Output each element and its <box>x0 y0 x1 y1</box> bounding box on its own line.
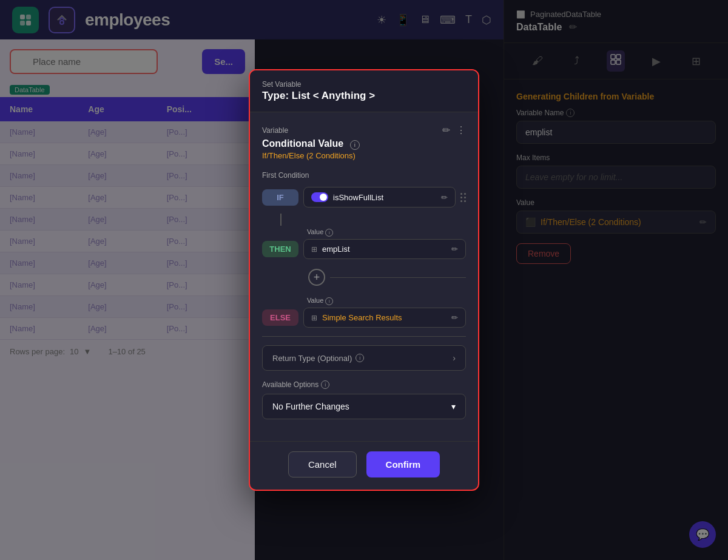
else-value-box[interactable]: ⊞ Simple Search Results ✏ <box>303 308 466 328</box>
then-badge: THEN <box>262 241 298 257</box>
condition-section-label: First Condition <box>262 171 466 180</box>
if-row: IF isShowFullList ✏ <box>262 187 466 207</box>
return-type-row[interactable]: Return Type (Optional) i › <box>262 345 466 371</box>
toggle-dot <box>320 194 327 201</box>
modal: Set Variable Type: List < Anything > Var… <box>249 69 479 491</box>
variable-name-display: Conditional Value i <box>262 138 466 150</box>
if-value-text: isShowFullList <box>333 193 436 202</box>
else-edit-icon[interactable]: ✏ <box>451 313 458 322</box>
else-row: ELSE ⊞ Simple Search Results ✏ <box>262 308 466 328</box>
if-badge: IF <box>262 189 298 206</box>
variable-edit-icon[interactable]: ✏ <box>442 124 450 136</box>
available-options-label: Available Options i <box>262 380 466 389</box>
modal-type-label: Set Variable <box>262 80 466 89</box>
confirm-button[interactable]: Confirm <box>366 451 440 477</box>
table-icon-else: ⊞ <box>311 314 317 322</box>
divider <box>262 336 466 337</box>
return-type-label: Return Type (Optional) i <box>272 354 364 363</box>
if-value-box[interactable]: isShowFullList ✏ <box>303 187 456 207</box>
modal-overlay: Set Variable Type: List < Anything > Var… <box>0 0 728 560</box>
else-value-text: Simple Search Results <box>322 313 447 322</box>
variable-more-icon[interactable]: ⋮ <box>456 124 466 136</box>
then-edit-icon[interactable]: ✏ <box>451 245 458 254</box>
modal-body: Variable ✏ ⋮ Conditional Value i If/Then… <box>250 112 478 441</box>
info-icon-options: i <box>321 380 329 389</box>
cancel-button[interactable]: Cancel <box>288 451 357 477</box>
modal-footer: Cancel Confirm <box>250 441 478 490</box>
else-value-label: Value i <box>307 297 333 304</box>
available-options-section: Available Options i No Further Changes ▾ <box>262 380 466 419</box>
modal-type-value: Type: List < Anything > <box>262 90 466 102</box>
dropdown-value: No Further Changes <box>272 402 349 411</box>
then-row: THEN ⊞ empList ✏ <box>262 239 466 259</box>
drag-handle[interactable] <box>460 193 466 202</box>
toggle-icon[interactable] <box>311 192 328 202</box>
variable-subtitle: If/Then/Else (2 Conditions) <box>262 151 466 160</box>
variable-actions: ✏ ⋮ <box>442 124 466 136</box>
variable-header: Variable ✏ ⋮ <box>262 124 466 136</box>
if-edit-icon[interactable]: ✏ <box>441 193 448 202</box>
add-condition-button[interactable]: + <box>308 269 325 286</box>
else-badge: ELSE <box>262 309 298 326</box>
info-icon-modal: i <box>350 140 360 150</box>
available-options-dropdown[interactable]: No Further Changes ▾ <box>262 394 466 419</box>
variable-section-label: Variable <box>262 126 288 135</box>
then-value-label: Value i <box>307 228 333 235</box>
dropdown-chevron-icon: ▾ <box>451 402 456 411</box>
info-icon-return: i <box>356 354 364 362</box>
then-value-box[interactable]: ⊞ empList ✏ <box>303 239 466 259</box>
chevron-right-icon: › <box>453 353 456 363</box>
table-icon-then: ⊞ <box>311 245 317 254</box>
then-value-text: empList <box>322 245 447 254</box>
connector-if-then <box>280 214 281 226</box>
modal-header: Set Variable Type: List < Anything > <box>250 70 478 112</box>
